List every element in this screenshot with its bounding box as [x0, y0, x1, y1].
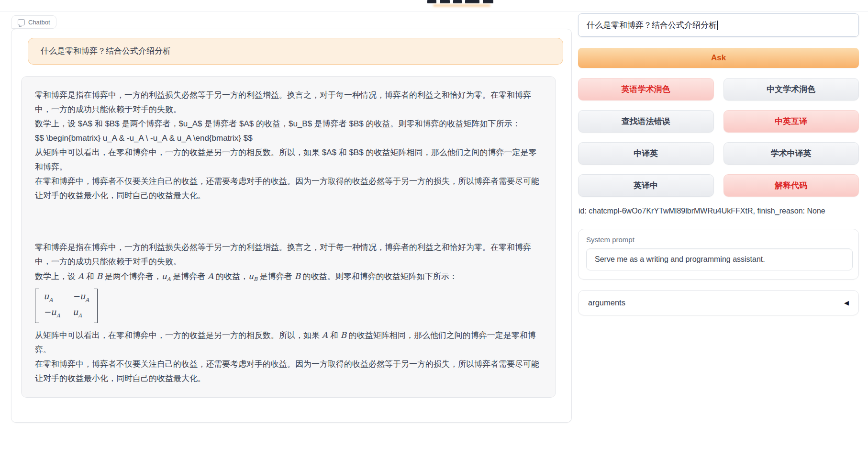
matrix-cell: uA	[73, 306, 89, 322]
paragraph-gap	[35, 203, 542, 240]
matrix-cell: uA	[44, 290, 60, 306]
math-token: B	[340, 330, 346, 340]
user-message-text: 什么是零和博弈？结合公式介绍分析	[41, 46, 171, 56]
math-token: uA	[73, 307, 82, 317]
text-cursor	[717, 21, 718, 30]
matrix-cell: −uA	[73, 290, 89, 306]
system-prompt-label: System prompt	[586, 236, 854, 244]
action-button-8[interactable]: 解释代码	[723, 174, 859, 197]
math-token: A	[322, 330, 328, 340]
system-prompt-input[interactable]: Serve me as a writing and programming as…	[586, 248, 853, 270]
action-button-2[interactable]: 中文学术润色	[723, 78, 859, 101]
action-button-1[interactable]: 英语学术润色	[578, 78, 714, 101]
action-button-4[interactable]: 中英互译	[723, 110, 859, 133]
math-token: −uA	[73, 291, 89, 301]
system-prompt-box: System prompt Serve me as a writing and …	[578, 229, 859, 280]
bot-paragraph: 在零和博弈中，博弈者不仅要关注自己的收益，还需要考虑对手的收益。因为一方取得的收…	[35, 174, 542, 203]
math-token: uB	[248, 271, 257, 281]
bot-paragraph: 数学上，设 $A$ 和 $B$ 是两个博弈者，$u_A$ 是博弈者 $A$ 的收…	[35, 117, 542, 131]
system-prompt-value: Serve me as a writing and programming as…	[595, 255, 765, 264]
chatbot-label-text: Chatbot	[28, 19, 50, 26]
math-token: uA	[44, 291, 53, 301]
completion-status: id: chatcmpl-6wOo7KrYTwMl89lbrMWRu4UkFFX…	[579, 207, 866, 215]
chatbot-panel: Chatbot 什么是零和博弈？结合公式介绍分析 零和博弈是指在博弈中，一方的利…	[11, 29, 572, 423]
bot-paragraph: 在零和博弈中，博弈者不仅要关注自己的收益，还需要考虑对手的收益。因为一方取得的收…	[35, 357, 542, 386]
user-message-bubble: 什么是零和博弈？结合公式介绍分析	[28, 38, 563, 65]
math-token: B	[96, 271, 102, 281]
chat-log[interactable]: 什么是零和博弈？结合公式介绍分析 零和博弈是指在博弈中，一方的利益损失必然等于另…	[11, 29, 571, 422]
math-token: B	[295, 271, 301, 281]
arguments-accordion-label: arguments	[588, 298, 625, 307]
chatbot-label: Chatbot	[11, 15, 56, 29]
top-divider	[0, 11, 868, 12]
bot-paragraph: 零和博弈是指在博弈中，一方的利益损失必然等于另一方的利益增益。换言之，对于每一种…	[35, 88, 542, 117]
bot-paragraph: 从矩阵中可以看出，在零和博弈中，一方的收益是另一方的相反数。所以，如果 A 和 …	[35, 328, 542, 357]
math-token: A	[208, 271, 213, 281]
math-token: uA	[162, 271, 171, 281]
accordion-collapse-icon: ◀	[844, 300, 849, 306]
clipped-title-highlight	[433, 4, 490, 7]
clipped-page-title	[427, 0, 504, 4]
chat-bubble-icon	[18, 19, 25, 25]
ask-button[interactable]: Ask	[578, 48, 859, 68]
arguments-accordion[interactable]: arguments ◀	[578, 290, 859, 315]
question-input-value: 什么是零和博弈？结合公式介绍分析	[587, 20, 717, 31]
action-button-6[interactable]: 学术中译英	[723, 142, 859, 165]
action-button-5[interactable]: 中译英	[578, 142, 714, 165]
payoff-matrix: uA−uA−uAuA	[35, 287, 542, 327]
bot-paragraph: 从矩阵中可以看出，在零和博弈中，一方的收益是另一方的相反数。所以，如果 $A$ …	[35, 146, 542, 174]
bot-message-bubble: 零和博弈是指在博弈中，一方的利益损失必然等于另一方的利益增益。换言之，对于每一种…	[21, 76, 556, 398]
question-input[interactable]: 什么是零和博弈？结合公式介绍分析	[578, 13, 859, 37]
matrix-cell: −uA	[44, 306, 60, 322]
bot-paragraph: 零和博弈是指在博弈中，一方的利益损失必然等于另一方的利益增益。换言之，对于每一种…	[35, 240, 542, 269]
action-button-7[interactable]: 英译中	[578, 174, 714, 197]
prompt-action-grid: 英语学术润色中文学术润色查找语法错误中英互译中译英学术中译英英译中解释代码	[578, 78, 859, 197]
bot-paragraph: $$ \begin{bmatrix} u_A & -u_A \ -u_A & u…	[35, 131, 542, 146]
action-button-3[interactable]: 查找语法错误	[578, 110, 714, 133]
math-token: −uA	[44, 307, 60, 317]
math-token: A	[78, 271, 84, 281]
bot-paragraph: 数学上，设 A 和 B 是两个博弈者，uA 是博弈者 A 的收益，uB 是博弈者…	[35, 269, 542, 287]
